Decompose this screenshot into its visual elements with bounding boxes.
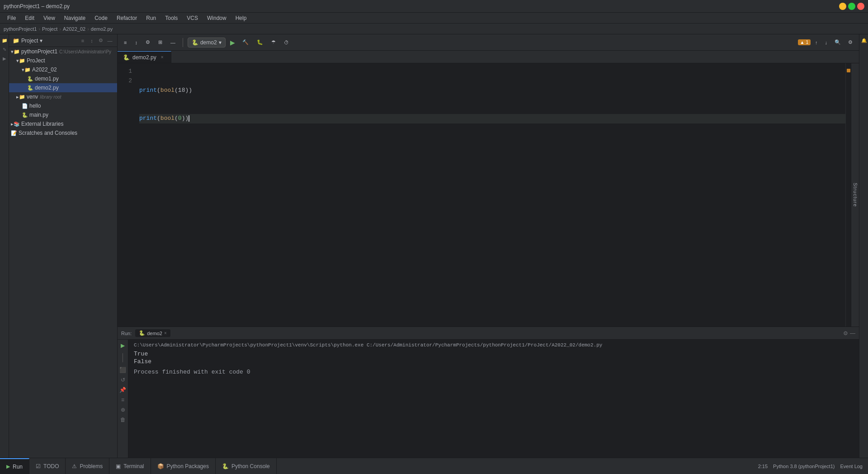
run-pin2-btn[interactable]: ⊕	[119, 406, 127, 414]
tree-item-demo2[interactable]: 🐍 demo2.py	[9, 83, 117, 92]
tree-item-ext-libs[interactable]: ▸📚 External Libraries	[9, 119, 117, 128]
run-button[interactable]: ▶	[228, 39, 237, 46]
bottom-tab-run[interactable]: ▶ Run	[0, 458, 29, 474]
project-panel-title: 📁 Project ▾	[13, 38, 42, 44]
notifications-icon[interactable]: 🔔	[860, 36, 868, 44]
settings-icon: ⚙	[843, 330, 848, 337]
run-panel-settings[interactable]: ⚙ —	[843, 330, 855, 337]
run-panel-body: ▶ ⬛ ↺ 📌 ≡ ⊕ 🗑 C:\Users\Administrator\Pyc…	[118, 340, 859, 458]
left-icon-strip: 📁 ✎ ▶	[0, 34, 9, 458]
tree-item-pythonproject1[interactable]: ▾📁 pythonProject1 C:\Users\Administrator…	[9, 47, 117, 56]
run-rerun-btn[interactable]: ↺	[119, 376, 127, 384]
menu-file[interactable]: File	[4, 14, 19, 22]
run-play-btn[interactable]: ▶	[119, 341, 127, 350]
folder-open-icon: ▾📁	[11, 49, 20, 55]
bottom-tab-todo[interactable]: ☑ TODO	[29, 458, 66, 474]
profile-button[interactable]: ⏱	[281, 37, 292, 48]
panel-sort-btn[interactable]: ↕	[88, 37, 95, 44]
toolbar-layout-btn[interactable]: ↕	[132, 37, 140, 48]
menu-help[interactable]: Help	[232, 14, 250, 22]
breadcrumb-file[interactable]: demo2.py	[91, 26, 113, 32]
tree-item-demo1[interactable]: 🐍 demo1.py	[9, 74, 117, 83]
bottom-tab-terminal[interactable]: ▣ Terminal	[109, 458, 151, 474]
toolbar-settings-btn[interactable]: ⚙	[143, 37, 153, 48]
run-tab-label-bot: Run	[13, 464, 23, 470]
menu-navigate[interactable]: Navigate	[61, 14, 89, 22]
code-editor[interactable]: 1 2 print(bool(18)) print(bool(0))	[118, 63, 845, 327]
down-arrow-btn[interactable]: ↓	[822, 37, 830, 48]
toolbar-expand-btn[interactable]: ⊞	[156, 37, 165, 48]
panel-layout-btn[interactable]: ≡	[79, 37, 86, 44]
tree-item-mainpy[interactable]: 🐍 main.py	[9, 110, 117, 119]
close-button[interactable]	[857, 3, 864, 10]
tree-item-scratches[interactable]: 📝 Scratches and Consoles	[9, 128, 117, 137]
menu-vcs[interactable]: VCS	[183, 14, 202, 22]
run-exit-message: Process finished with exit code 0	[134, 369, 854, 375]
warning-badge[interactable]: ▲ 1	[798, 39, 811, 45]
breadcrumb-project[interactable]: Project	[42, 26, 57, 32]
commit-icon[interactable]: ✎	[0, 45, 9, 53]
event-log-btn[interactable]: Event Log	[840, 464, 863, 469]
minimize-button[interactable]	[839, 3, 846, 10]
run-config-icon: 🐍	[192, 39, 198, 46]
run-tab-icon: 🐍	[139, 330, 145, 336]
maximize-button[interactable]	[848, 3, 855, 10]
search-button[interactable]: 🔍	[832, 37, 844, 48]
run-config-selector[interactable]: 🐍 demo2 ▾	[188, 38, 226, 47]
run-pin-btn[interactable]: 📌	[119, 386, 127, 394]
menu-run[interactable]: Run	[142, 14, 160, 22]
run-tab-demo2[interactable]: 🐍 demo2 ×	[135, 329, 170, 337]
tree-item-project[interactable]: ▾📁 ProJect	[9, 56, 117, 65]
up-arrow-btn[interactable]: ↑	[812, 37, 821, 48]
tree-item-hello[interactable]: 📄 hello	[9, 101, 117, 110]
cursor	[189, 115, 189, 122]
menu-code[interactable]: Code	[91, 14, 111, 22]
menu-window[interactable]: Window	[203, 14, 230, 22]
run-scroll-btn[interactable]: ≡	[119, 396, 127, 404]
problems-label: Problems	[80, 463, 103, 469]
code-content[interactable]: print(bool(18)) print(bool(0))	[136, 63, 845, 327]
title-bar-controls	[839, 3, 864, 10]
breadcrumb-folder[interactable]: A2022_02	[63, 26, 85, 32]
debug-button[interactable]: 🐛	[254, 37, 266, 48]
tab-close-btn[interactable]: ×	[159, 54, 165, 61]
menu-edit[interactable]: Edit	[21, 14, 38, 22]
settings-gear-btn[interactable]: ⚙	[845, 37, 855, 48]
project-icon[interactable]: 📁	[0, 36, 9, 44]
python-version[interactable]: Python 3.8 (pythonProject1)	[773, 464, 835, 469]
menu-view[interactable]: View	[40, 14, 59, 22]
tree-item-a2022-02[interactable]: ▾📁 A2022_02	[9, 65, 117, 74]
tree-item-venv[interactable]: ▸📁 venv library root	[9, 92, 117, 101]
line-numbers: 1 2	[118, 63, 136, 327]
coverage-button[interactable]: ☂	[269, 37, 278, 48]
structure-panel[interactable]: Structure	[851, 63, 859, 327]
gutter-warning-marker	[847, 69, 850, 72]
python-console-label: Python Console	[231, 463, 270, 469]
panel-hide-btn[interactable]: —	[106, 37, 113, 44]
func-token-2: print	[139, 115, 157, 122]
scratches-icon: 📝	[11, 130, 17, 136]
run-tab-close[interactable]: ×	[164, 331, 167, 336]
toolbar-add-btn[interactable]: ≡	[121, 37, 129, 48]
bottom-tab-python-packages[interactable]: 📦 Python Packages	[151, 458, 216, 474]
menu-bar: File Edit View Navigate Code Refactor Ru…	[0, 13, 868, 24]
code-line-2: print(bool(0))	[139, 114, 845, 123]
bottom-tab-python-console[interactable]: 🐍 Python Console	[216, 458, 277, 474]
bottom-tab-problems[interactable]: ⚠ Problems	[66, 458, 109, 474]
run-icon-left[interactable]: ▶	[0, 54, 9, 62]
menu-tools[interactable]: Tools	[161, 14, 181, 22]
cursor-position: 2:15	[758, 464, 768, 469]
warning-count: 1	[806, 40, 808, 45]
editor-tabs: 🐍 demo2.py ×	[118, 51, 859, 63]
toolbar-collapse-btn[interactable]: —	[168, 37, 178, 48]
todo-icon: ☑	[36, 463, 41, 469]
breadcrumb: pythonProject1 › Project › A2022_02 › de…	[0, 24, 868, 34]
build-button[interactable]: 🔨	[240, 37, 251, 48]
run-stop-btn[interactable]: ⬛	[119, 366, 127, 374]
breadcrumb-root[interactable]: pythonProject1	[4, 26, 37, 32]
tab-demo2[interactable]: 🐍 demo2.py ×	[118, 51, 171, 63]
menu-refactor[interactable]: Refactor	[113, 14, 141, 22]
run-trash-btn[interactable]: 🗑	[119, 416, 127, 424]
panel-settings-btn[interactable]: ⚙	[97, 37, 104, 44]
chevron-down-icon[interactable]: ▾	[40, 38, 42, 44]
